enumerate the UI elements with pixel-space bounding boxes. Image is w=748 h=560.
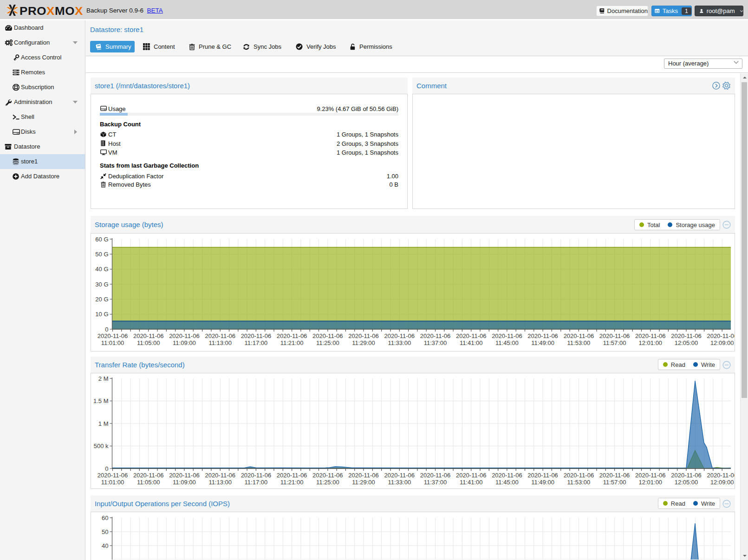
- svg-text:2020-11-06: 2020-11-06: [564, 332, 594, 339]
- svg-text:2020-11-06: 2020-11-06: [277, 332, 307, 339]
- svg-text:2020-11-06: 2020-11-06: [98, 472, 128, 479]
- svg-text:2020-11-06: 2020-11-06: [492, 472, 522, 479]
- svg-text:2020-11-06: 2020-11-06: [635, 332, 666, 339]
- svg-text:11:01:00: 11:01:00: [101, 339, 124, 346]
- svg-text:2020-11-06: 2020-11-06: [420, 332, 451, 339]
- svg-text:11:57:00: 11:57:00: [603, 479, 626, 486]
- svg-text:11:49:00: 11:49:00: [531, 339, 554, 346]
- svg-text:1 M: 1 M: [98, 420, 109, 427]
- svg-text:11:21:00: 11:21:00: [280, 479, 304, 486]
- svg-text:10 G: 10 G: [95, 311, 108, 318]
- svg-text:11:33:00: 11:33:00: [388, 339, 411, 346]
- svg-text:12:09:00: 12:09:00: [710, 339, 734, 346]
- svg-text:11:17:00: 11:17:00: [245, 339, 268, 346]
- svg-text:2020-11-06: 2020-11-06: [277, 472, 307, 479]
- svg-text:2020-11-06: 2020-11-06: [205, 472, 235, 479]
- svg-text:40 G: 40 G: [95, 266, 108, 273]
- svg-text:2020-11-06: 2020-11-06: [98, 332, 128, 339]
- svg-text:12:01:00: 12:01:00: [638, 479, 662, 486]
- svg-text:11:29:00: 11:29:00: [352, 339, 375, 346]
- svg-text:11:09:00: 11:09:00: [173, 479, 196, 486]
- svg-text:2 M: 2 M: [98, 375, 109, 382]
- svg-text:11:57:00: 11:57:00: [603, 339, 626, 346]
- svg-text:1.5 M: 1.5 M: [93, 397, 109, 404]
- svg-text:0: 0: [105, 326, 108, 333]
- svg-text:11:05:00: 11:05:00: [137, 479, 160, 486]
- svg-text:30 G: 30 G: [95, 281, 108, 288]
- svg-text:11:49:00: 11:49:00: [531, 479, 554, 486]
- svg-text:2020-11-06: 2020-11-06: [456, 332, 487, 339]
- svg-text:20 G: 20 G: [95, 296, 108, 303]
- svg-text:2020-11-06: 2020-11-06: [384, 332, 415, 339]
- svg-text:2020-11-06: 2020-11-06: [527, 472, 558, 479]
- svg-text:11:41:00: 11:41:00: [460, 339, 483, 346]
- svg-text:40: 40: [102, 542, 108, 549]
- svg-text:2020-11-06: 2020-11-06: [527, 332, 558, 339]
- svg-text:500 k: 500 k: [94, 443, 109, 449]
- svg-text:11:53:00: 11:53:00: [567, 339, 591, 346]
- svg-text:50 G: 50 G: [95, 251, 108, 258]
- svg-text:11:33:00: 11:33:00: [388, 479, 411, 486]
- svg-text:2020-11-06: 2020-11-06: [707, 332, 735, 339]
- svg-text:11:25:00: 11:25:00: [316, 339, 339, 346]
- svg-text:11:37:00: 11:37:00: [424, 479, 447, 486]
- svg-text:2020-11-06: 2020-11-06: [492, 332, 522, 339]
- svg-text:2020-11-06: 2020-11-06: [241, 332, 272, 339]
- svg-text:2020-11-06: 2020-11-06: [169, 332, 200, 339]
- svg-text:2020-11-06: 2020-11-06: [456, 472, 487, 479]
- svg-text:12:01:00: 12:01:00: [638, 339, 662, 346]
- svg-text:11:05:00: 11:05:00: [137, 339, 160, 346]
- svg-text:2020-11-06: 2020-11-06: [564, 472, 594, 479]
- svg-text:2020-11-06: 2020-11-06: [133, 472, 164, 479]
- svg-text:2020-11-06: 2020-11-06: [348, 472, 379, 479]
- svg-text:11:37:00: 11:37:00: [424, 339, 447, 346]
- svg-text:0: 0: [105, 465, 108, 472]
- svg-text:2020-11-06: 2020-11-06: [671, 472, 702, 479]
- svg-text:2020-11-06: 2020-11-06: [707, 472, 735, 479]
- svg-text:11:45:00: 11:45:00: [495, 479, 519, 486]
- svg-text:11:09:00: 11:09:00: [173, 339, 196, 346]
- svg-text:60 G: 60 G: [95, 236, 108, 243]
- svg-text:12:05:00: 12:05:00: [675, 339, 698, 346]
- svg-text:12:05:00: 12:05:00: [675, 479, 698, 486]
- svg-text:2020-11-06: 2020-11-06: [312, 332, 343, 339]
- svg-text:11:29:00: 11:29:00: [352, 479, 375, 486]
- svg-text:50: 50: [102, 528, 108, 535]
- svg-text:11:53:00: 11:53:00: [567, 479, 591, 486]
- svg-text:2020-11-06: 2020-11-06: [169, 472, 200, 479]
- svg-text:11:25:00: 11:25:00: [316, 479, 339, 486]
- svg-text:11:41:00: 11:41:00: [460, 479, 483, 486]
- svg-text:11:13:00: 11:13:00: [208, 339, 232, 346]
- svg-text:11:21:00: 11:21:00: [280, 339, 304, 346]
- svg-text:11:13:00: 11:13:00: [208, 479, 232, 486]
- svg-text:2020-11-06: 2020-11-06: [384, 472, 415, 479]
- svg-text:2020-11-06: 2020-11-06: [599, 332, 630, 339]
- svg-text:11:01:00: 11:01:00: [101, 479, 124, 486]
- svg-text:2020-11-06: 2020-11-06: [420, 472, 451, 479]
- svg-text:2020-11-06: 2020-11-06: [348, 332, 379, 339]
- svg-text:2020-11-06: 2020-11-06: [671, 332, 702, 339]
- svg-text:11:45:00: 11:45:00: [495, 339, 519, 346]
- svg-text:2020-11-06: 2020-11-06: [635, 472, 666, 479]
- svg-text:2020-11-06: 2020-11-06: [312, 472, 343, 479]
- svg-text:2020-11-06: 2020-11-06: [133, 332, 164, 339]
- svg-text:2020-11-06: 2020-11-06: [241, 472, 272, 479]
- svg-text:11:17:00: 11:17:00: [245, 479, 268, 486]
- svg-text:60: 60: [102, 514, 108, 521]
- svg-text:2020-11-06: 2020-11-06: [205, 332, 235, 339]
- svg-text:12:09:00: 12:09:00: [710, 479, 734, 486]
- svg-text:2020-11-06: 2020-11-06: [599, 472, 630, 479]
